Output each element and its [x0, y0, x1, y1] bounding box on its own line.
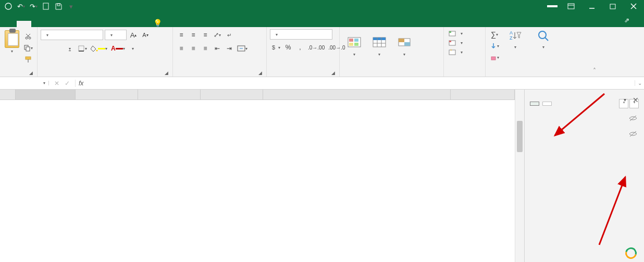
- select-all-corner[interactable]: [0, 90, 16, 100]
- decrease-font-icon[interactable]: A▾: [140, 30, 151, 40]
- close-button[interactable]: [623, 0, 644, 13]
- underline-button[interactable]: ▾: [65, 43, 75, 54]
- dialog-launcher-icon[interactable]: ◢: [331, 70, 335, 76]
- format-cells-button[interactable]: ▾: [447, 48, 464, 56]
- expand-formula-bar-icon[interactable]: ⌄: [635, 80, 644, 86]
- dialog-launcher-icon[interactable]: ◢: [258, 70, 262, 76]
- wrap-text-button[interactable]: ↵: [224, 30, 234, 40]
- selection-item[interactable]: [530, 113, 639, 124]
- insert-function-icon[interactable]: fx: [76, 80, 86, 87]
- group-number: ▾ $▾ % , .0→.00 .00→.0 ◢: [267, 27, 340, 77]
- font-size-combo[interactable]: ▾: [105, 30, 127, 40]
- name-box[interactable]: ▾: [0, 81, 49, 85]
- align-right-icon[interactable]: ≡: [200, 43, 210, 54]
- cancel-formula-icon[interactable]: ✕: [54, 80, 59, 87]
- share-button[interactable]: ⇗: [620, 14, 636, 27]
- autosum-button[interactable]: ∑▾: [489, 29, 500, 40]
- tab-insert[interactable]: [31, 21, 46, 27]
- selection-item[interactable]: [530, 128, 639, 140]
- redo-icon[interactable]: ↷▾: [29, 2, 38, 10]
- border-button[interactable]: ▾: [77, 43, 88, 54]
- increase-indent-icon[interactable]: ⇥: [224, 43, 234, 54]
- watermark-logo-icon: [623, 245, 639, 261]
- fill-color-button[interactable]: ▾: [90, 43, 108, 54]
- column-header[interactable]: [263, 90, 451, 100]
- copy-button[interactable]: ▾: [22, 43, 34, 53]
- percent-button[interactable]: %: [283, 42, 293, 53]
- font-name-combo[interactable]: ▾: [41, 30, 103, 40]
- delete-cells-button[interactable]: ▾: [447, 39, 464, 47]
- show-all-button[interactable]: [530, 102, 539, 106]
- maximize-button[interactable]: [602, 0, 623, 13]
- autosave-icon[interactable]: [4, 2, 13, 10]
- visibility-hidden-icon[interactable]: [628, 130, 638, 138]
- close-pane-icon[interactable]: ✕: [633, 96, 639, 104]
- column-headers: [0, 90, 515, 100]
- format-painter-button[interactable]: [22, 54, 34, 65]
- new-file-icon[interactable]: [42, 2, 50, 10]
- align-middle-icon[interactable]: ≡: [188, 30, 199, 40]
- comma-button[interactable]: ,: [295, 42, 305, 53]
- increase-decimal-icon[interactable]: .0→.00: [307, 42, 326, 53]
- dialog-launcher-icon[interactable]: ◢: [165, 70, 168, 76]
- orientation-icon[interactable]: ⤢▾: [212, 30, 222, 40]
- vertical-scrollbar[interactable]: [515, 90, 524, 262]
- cut-button[interactable]: [22, 31, 34, 42]
- tab-home[interactable]: [17, 21, 31, 27]
- font-color-button[interactable]: A▾: [110, 43, 126, 54]
- insert-cells-button[interactable]: ▾: [447, 29, 464, 38]
- undo-icon[interactable]: ↶▾: [17, 2, 25, 10]
- clear-button[interactable]: ▾: [489, 52, 500, 63]
- ribbon-display-icon[interactable]: [561, 0, 581, 13]
- column-header[interactable]: [16, 90, 76, 100]
- cell-styles-button[interactable]: ▾: [393, 29, 416, 63]
- qat-customize-icon[interactable]: ▾: [67, 2, 75, 10]
- tab-data[interactable]: [75, 21, 90, 27]
- accounting-format-button[interactable]: $▾: [270, 42, 281, 53]
- tab-view[interactable]: [104, 21, 119, 27]
- tab-review[interactable]: [90, 21, 104, 27]
- tell-me-search[interactable]: 💡: [148, 19, 170, 27]
- column-header[interactable]: [76, 90, 138, 100]
- group-label-cells: [447, 74, 482, 77]
- login-button[interactable]: [547, 5, 558, 7]
- visibility-hidden-icon[interactable]: [628, 115, 638, 122]
- tab-powerpivot[interactable]: [133, 21, 148, 27]
- increase-font-icon[interactable]: A▴: [128, 30, 139, 40]
- column-header[interactable]: [451, 90, 515, 100]
- decrease-indent-icon[interactable]: ⇤: [212, 43, 222, 54]
- paste-button[interactable]: ▾: [3, 29, 20, 63]
- format-as-table-button[interactable]: ▾: [368, 29, 391, 63]
- tab-formulas[interactable]: [60, 21, 75, 27]
- align-center-icon[interactable]: ≡: [188, 43, 199, 54]
- tab-file[interactable]: [2, 21, 17, 27]
- formula-bar: ▾ ✕ ✓ fx ⌄: [0, 77, 644, 90]
- align-bottom-icon[interactable]: ≡: [200, 30, 210, 40]
- column-header[interactable]: [201, 90, 263, 100]
- align-left-icon[interactable]: ≡: [176, 43, 187, 54]
- conditional-formatting-button[interactable]: ▾: [343, 29, 366, 63]
- sort-filter-button[interactable]: AZ ▾: [502, 29, 528, 49]
- save-icon[interactable]: [54, 2, 63, 10]
- minimize-button[interactable]: [581, 0, 602, 13]
- svg-text:A: A: [510, 30, 513, 35]
- enter-formula-icon[interactable]: ✓: [65, 80, 70, 87]
- bold-button[interactable]: [41, 43, 51, 54]
- fill-button[interactable]: ▾: [489, 41, 500, 51]
- tab-help[interactable]: [119, 21, 133, 27]
- column-header[interactable]: [138, 90, 201, 100]
- svg-point-0: [5, 3, 11, 9]
- hide-all-button[interactable]: [542, 102, 552, 106]
- dialog-launcher-icon[interactable]: ◢: [29, 70, 33, 76]
- find-select-button[interactable]: ▾: [530, 29, 556, 49]
- worksheet-grid[interactable]: [0, 90, 515, 262]
- phonetic-button[interactable]: ▾: [128, 43, 138, 54]
- collapse-ribbon-icon[interactable]: ˄: [590, 27, 599, 77]
- align-top-icon[interactable]: ≡: [176, 30, 187, 40]
- tab-layout[interactable]: [46, 21, 60, 27]
- task-pane-options-icon[interactable]: ▾: [624, 97, 626, 103]
- number-format-combo[interactable]: ▾: [270, 29, 332, 40]
- title-bar: ↶▾ ↷▾ ▾: [0, 0, 644, 13]
- italic-button[interactable]: [53, 43, 63, 54]
- merge-center-button[interactable]: ▾: [236, 43, 249, 54]
